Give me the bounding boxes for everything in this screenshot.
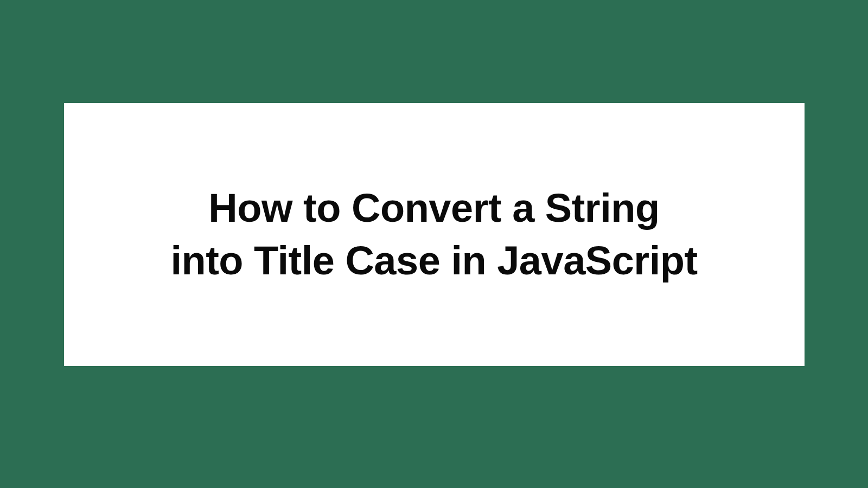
main-title: How to Convert a String into Title Case … [170, 182, 697, 286]
title-line-1: How to Convert a String [170, 182, 697, 234]
title-card: How to Convert a String into Title Case … [64, 103, 805, 366]
title-line-2: into Title Case in JavaScript [170, 235, 697, 287]
